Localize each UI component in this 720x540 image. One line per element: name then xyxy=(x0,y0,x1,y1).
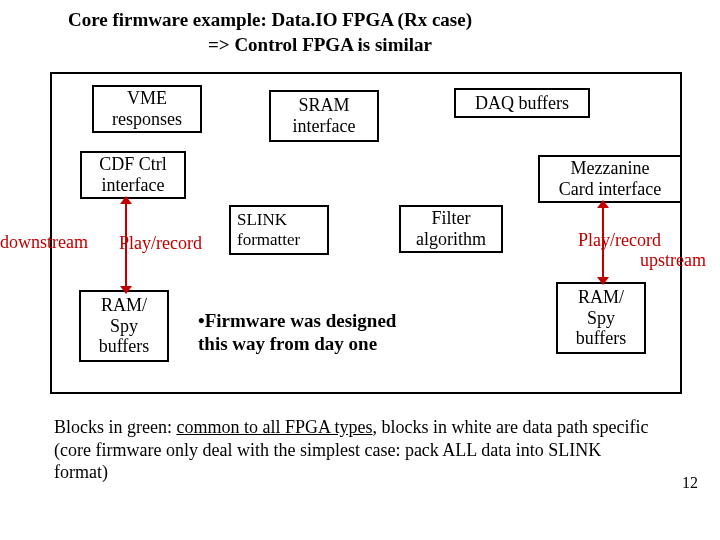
box-mezz-text: Mezzanine Card interface xyxy=(559,158,661,199)
arrow-left-up xyxy=(120,196,132,204)
box-filter-text: Filter algorithm xyxy=(416,208,486,249)
slide-title: Core firmware example: Data.IO FPGA (Rx … xyxy=(0,0,720,63)
page-number: 12 xyxy=(682,474,698,492)
box-ram-spy-left: RAM/ Spy buffers xyxy=(79,290,169,362)
label-play-record-right: Play/record xyxy=(578,230,661,251)
box-slink-text: SLINK formatter xyxy=(237,210,300,249)
title-line-1: Core firmware example: Data.IO FPGA (Rx … xyxy=(68,9,472,30)
box-mezzanine: Mezzanine Card interface xyxy=(538,155,682,203)
box-cdf-ctrl: CDF Ctrl interface xyxy=(80,151,186,199)
box-ram-spy-right: RAM/ Spy buffers xyxy=(556,282,646,354)
firmware-bullet: •Firmware was designed this way from day… xyxy=(198,310,396,356)
box-filter-algorithm: Filter algorithm xyxy=(399,205,503,253)
arrow-right-line xyxy=(602,205,604,280)
box-ram-right-text: RAM/ Spy buffers xyxy=(576,287,627,349)
footer-note: Blocks in green: common to all FPGA type… xyxy=(54,416,654,484)
box-vme-responses: VME responses xyxy=(92,85,202,133)
arrow-left-line xyxy=(125,201,127,289)
box-sram-interface: SRAM interface xyxy=(269,90,379,142)
box-slink-formatter: SLINK formatter xyxy=(229,205,329,255)
box-vme-text: VME responses xyxy=(112,88,182,129)
label-play-record-left: Play/record xyxy=(119,233,202,254)
box-daq-buffers: DAQ buffers xyxy=(454,88,590,118)
label-downstream: downstream xyxy=(0,232,88,253)
box-daq-text: DAQ buffers xyxy=(475,93,569,114)
arrow-right-down xyxy=(597,277,609,285)
box-sram-text: SRAM interface xyxy=(293,95,356,136)
label-upstream: upstream xyxy=(640,250,706,271)
arrow-right-up xyxy=(597,200,609,208)
title-line-2: => Control FPGA is similar xyxy=(68,34,432,55)
box-ram-left-text: RAM/ Spy buffers xyxy=(99,295,150,357)
footer-underline: common to all FPGA types xyxy=(176,417,372,437)
footer-pre: Blocks in green: xyxy=(54,417,176,437)
box-cdf-text: CDF Ctrl interface xyxy=(99,154,167,195)
arrow-left-down xyxy=(120,286,132,294)
